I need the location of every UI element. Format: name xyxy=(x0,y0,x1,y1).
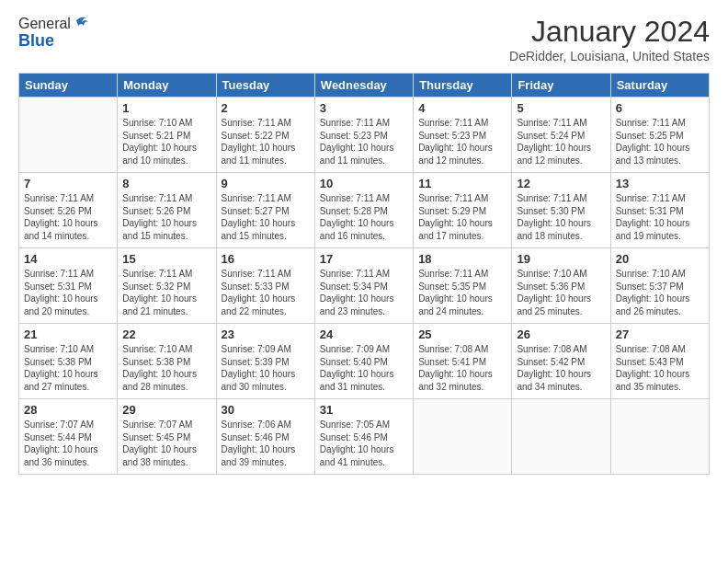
sunset-text: Sunset: 5:23 PM xyxy=(418,131,486,141)
header-friday: Friday xyxy=(512,74,610,98)
day-info: Sunrise: 7:07 AMSunset: 5:45 PMDaylight:… xyxy=(122,419,210,468)
daylight-text2: and 30 minutes. xyxy=(222,382,287,392)
day-number: 19 xyxy=(517,252,605,266)
sunrise-text: Sunrise: 7:10 AM xyxy=(24,344,94,354)
sunrise-text: Sunrise: 7:10 AM xyxy=(122,118,192,128)
sunset-text: Sunset: 5:43 PM xyxy=(616,357,684,367)
calendar-header-row: Sunday Monday Tuesday Wednesday Thursday… xyxy=(19,74,710,98)
calendar-cell: 6Sunrise: 7:11 AMSunset: 5:25 PMDaylight… xyxy=(610,98,709,173)
sunrise-text: Sunrise: 7:05 AM xyxy=(320,419,390,430)
day-number: 1 xyxy=(122,101,210,115)
sunset-text: Sunset: 5:27 PM xyxy=(222,206,290,216)
daylight-text: Daylight: 10 hours xyxy=(320,218,394,228)
daylight-text: Daylight: 10 hours xyxy=(517,293,591,304)
day-number: 12 xyxy=(517,177,605,190)
day-info: Sunrise: 7:06 AMSunset: 5:46 PMDaylight:… xyxy=(222,419,310,468)
logo-blue-text: Blue xyxy=(18,31,54,50)
day-info: Sunrise: 7:11 AMSunset: 5:29 PMDaylight:… xyxy=(418,192,506,242)
day-number: 22 xyxy=(122,327,210,341)
day-info: Sunrise: 7:11 AMSunset: 5:31 PMDaylight:… xyxy=(24,268,112,317)
daylight-text2: and 23 minutes. xyxy=(320,306,385,316)
daylight-text: Daylight: 10 hours xyxy=(418,369,493,379)
sunrise-text: Sunrise: 7:08 AM xyxy=(418,344,488,354)
daylight-text: Daylight: 10 hours xyxy=(222,369,296,379)
sunrise-text: Sunrise: 7:11 AM xyxy=(418,193,488,203)
sunrise-text: Sunrise: 7:11 AM xyxy=(222,193,291,203)
daylight-text2: and 36 minutes. xyxy=(24,457,89,467)
daylight-text2: and 19 minutes. xyxy=(616,231,681,241)
logo: General Blue xyxy=(18,15,89,51)
sunrise-text: Sunrise: 7:11 AM xyxy=(24,269,94,279)
day-info: Sunrise: 7:11 AMSunset: 5:31 PMDaylight:… xyxy=(616,192,704,242)
daylight-text: Daylight: 10 hours xyxy=(320,293,394,304)
daylight-text: Daylight: 10 hours xyxy=(517,143,591,153)
calendar-cell: 14Sunrise: 7:11 AMSunset: 5:31 PMDayligh… xyxy=(19,248,118,324)
day-number: 9 xyxy=(222,177,310,190)
daylight-text2: and 27 minutes. xyxy=(24,382,89,392)
calendar-cell: 24Sunrise: 7:09 AMSunset: 5:40 PMDayligh… xyxy=(314,324,413,399)
daylight-text: Daylight: 10 hours xyxy=(616,218,690,228)
daylight-text: Daylight: 10 hours xyxy=(24,444,98,454)
sunset-text: Sunset: 5:34 PM xyxy=(320,282,388,292)
sunset-text: Sunset: 5:36 PM xyxy=(517,282,585,292)
header-tuesday: Tuesday xyxy=(216,74,314,98)
sunrise-text: Sunrise: 7:11 AM xyxy=(320,269,390,279)
day-number: 27 xyxy=(616,327,704,341)
sunset-text: Sunset: 5:40 PM xyxy=(320,357,388,367)
day-info: Sunrise: 7:09 AMSunset: 5:39 PMDaylight:… xyxy=(222,343,310,393)
day-number: 24 xyxy=(320,327,408,341)
daylight-text: Daylight: 10 hours xyxy=(616,293,690,304)
sunrise-text: Sunrise: 7:10 AM xyxy=(122,344,192,354)
daylight-text2: and 18 minutes. xyxy=(517,231,582,241)
day-number: 3 xyxy=(320,101,408,115)
day-number: 29 xyxy=(122,403,210,417)
daylight-text: Daylight: 10 hours xyxy=(418,143,493,153)
daylight-text2: and 22 minutes. xyxy=(222,306,287,316)
sunrise-text: Sunrise: 7:09 AM xyxy=(222,344,291,354)
calendar-cell: 27Sunrise: 7:08 AMSunset: 5:43 PMDayligh… xyxy=(610,324,709,399)
day-number: 31 xyxy=(320,403,408,417)
day-info: Sunrise: 7:11 AMSunset: 5:30 PMDaylight:… xyxy=(517,192,605,242)
header-sunday: Sunday xyxy=(19,74,118,98)
sunrise-text: Sunrise: 7:09 AM xyxy=(320,344,390,354)
day-info: Sunrise: 7:11 AMSunset: 5:34 PMDaylight:… xyxy=(320,268,408,317)
day-number: 25 xyxy=(418,327,506,341)
daylight-text2: and 35 minutes. xyxy=(616,382,681,392)
day-info: Sunrise: 7:11 AMSunset: 5:32 PMDaylight:… xyxy=(122,268,210,317)
sunrise-text: Sunrise: 7:11 AM xyxy=(616,118,686,128)
calendar-cell: 20Sunrise: 7:10 AMSunset: 5:37 PMDayligh… xyxy=(610,248,709,324)
sunrise-text: Sunrise: 7:08 AM xyxy=(517,344,586,354)
header-wednesday: Wednesday xyxy=(314,74,413,98)
day-number: 13 xyxy=(616,177,704,190)
sunrise-text: Sunrise: 7:07 AM xyxy=(122,419,192,430)
day-number: 14 xyxy=(24,252,112,266)
calendar-cell: 12Sunrise: 7:11 AMSunset: 5:30 PMDayligh… xyxy=(512,173,610,248)
day-info: Sunrise: 7:10 AMSunset: 5:37 PMDaylight:… xyxy=(616,268,704,317)
sunset-text: Sunset: 5:46 PM xyxy=(222,432,290,442)
calendar-cell: 18Sunrise: 7:11 AMSunset: 5:35 PMDayligh… xyxy=(414,248,512,324)
day-number: 8 xyxy=(122,177,210,190)
page: General Blue January 2024 DeRidder, Loui… xyxy=(0,0,728,486)
location: DeRidder, Louisiana, United States xyxy=(509,49,710,63)
daylight-text: Daylight: 10 hours xyxy=(517,218,591,228)
day-info: Sunrise: 7:10 AMSunset: 5:38 PMDaylight:… xyxy=(122,343,210,393)
daylight-text2: and 24 minutes. xyxy=(418,306,483,316)
day-number: 2 xyxy=(222,101,310,115)
sunrise-text: Sunrise: 7:11 AM xyxy=(24,193,94,203)
daylight-text2: and 34 minutes. xyxy=(517,382,582,392)
day-info: Sunrise: 7:07 AMSunset: 5:44 PMDaylight:… xyxy=(24,419,112,468)
calendar-cell xyxy=(19,98,118,173)
daylight-text2: and 12 minutes. xyxy=(517,155,582,166)
calendar-cell: 15Sunrise: 7:11 AMSunset: 5:32 PMDayligh… xyxy=(118,248,216,324)
day-info: Sunrise: 7:11 AMSunset: 5:23 PMDaylight:… xyxy=(320,117,408,167)
calendar-cell: 10Sunrise: 7:11 AMSunset: 5:28 PMDayligh… xyxy=(314,173,413,248)
daylight-text: Daylight: 10 hours xyxy=(320,369,394,379)
daylight-text: Daylight: 10 hours xyxy=(320,143,394,153)
daylight-text: Daylight: 10 hours xyxy=(517,369,591,379)
calendar-cell: 31Sunrise: 7:05 AMSunset: 5:46 PMDayligh… xyxy=(314,399,413,475)
calendar-week-row: 21Sunrise: 7:10 AMSunset: 5:38 PMDayligh… xyxy=(19,324,710,399)
day-number: 7 xyxy=(24,177,112,190)
sunset-text: Sunset: 5:28 PM xyxy=(320,206,388,216)
calendar-cell: 28Sunrise: 7:07 AMSunset: 5:44 PMDayligh… xyxy=(19,399,118,475)
daylight-text: Daylight: 10 hours xyxy=(122,218,197,228)
